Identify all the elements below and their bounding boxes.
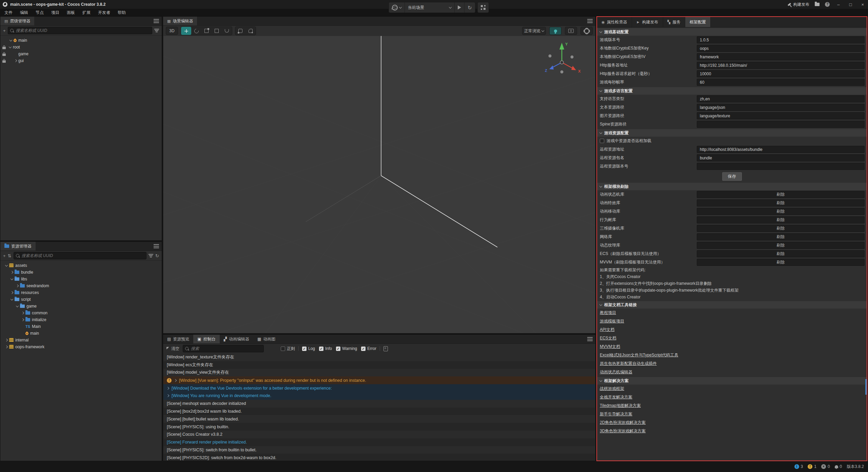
expand-arrow-icon[interactable] [9, 45, 12, 48]
expand-arrow-icon[interactable] [5, 346, 8, 348]
create-asset-button[interactable]: + [3, 253, 6, 258]
filter-icon[interactable] [154, 29, 159, 32]
field-input[interactable]: 10000 [697, 70, 865, 77]
notification-count[interactable]: 0 [835, 464, 842, 469]
tab-动画图[interactable]: ▦动画图 [253, 335, 279, 343]
scale-tool-button[interactable] [201, 27, 212, 35]
asset-node[interactable]: libs [0, 276, 162, 282]
asset-node[interactable]: internal [0, 337, 162, 343]
preview-target-button[interactable] [389, 2, 405, 13]
field-input[interactable]: http://localhost:8083/assets/bundle [697, 146, 865, 153]
section-header[interactable]: 游戏基础配置 [597, 28, 867, 36]
doc-link[interactable]: 全栈开发解决方案 [600, 394, 632, 400]
log-row[interactable]: [Scene] meshopt wasm decoder initialized [163, 400, 595, 408]
minimize-button[interactable]: – [835, 2, 842, 7]
log-row[interactable]: [Scene] [bullet]:bullet wasm lib loaded. [163, 415, 595, 423]
section-header[interactable]: 框架解决方案 [597, 377, 867, 385]
help-icon[interactable]: ? [825, 2, 830, 7]
log-row[interactable]: [Window] model_view文件夹存在 [163, 369, 595, 377]
lock-icon[interactable] [2, 60, 6, 63]
doc-link[interactable]: Excel格式转Json文件与TypeScript代码工具 [600, 352, 678, 358]
field-input[interactable]: language/texture [697, 112, 865, 119]
field-input[interactable]: oops [697, 45, 865, 52]
clear-console-button[interactable]: 清空 [166, 346, 179, 352]
remove-button[interactable]: 剔除 [697, 259, 865, 266]
expand-arrow-icon[interactable] [11, 271, 13, 274]
menu-item[interactable]: 项目 [47, 9, 63, 16]
log-row[interactable]: [Scene] [PHYSICS]: using builtin. [163, 423, 595, 431]
panel-menu-icon[interactable] [587, 337, 593, 341]
hierarchy-search[interactable] [8, 27, 152, 34]
expand-arrow-icon[interactable] [14, 59, 17, 62]
remove-button[interactable]: 剔除 [697, 233, 865, 240]
field-input[interactable]: 60 [697, 79, 865, 86]
open-project-folder-icon[interactable] [815, 3, 820, 6]
expand-arrow-icon[interactable] [166, 387, 169, 389]
expand-arrow-icon[interactable] [16, 304, 19, 307]
field-input[interactable]: http://192.168.0.150/main/ [697, 62, 865, 69]
menu-item[interactable]: 帮助 [114, 9, 130, 16]
expand-arrow-icon[interactable] [11, 277, 13, 280]
filter-error[interactable]: ✓Error [361, 346, 376, 351]
field-input[interactable]: zh,en [697, 95, 865, 102]
filter-icon[interactable] [149, 254, 153, 257]
log-row[interactable]: [Window] Download the Vue Devtools exten… [163, 384, 595, 392]
remove-button[interactable]: 剔除 [697, 208, 865, 215]
doc-link[interactable]: 教程项目 [600, 310, 616, 316]
assets-search[interactable] [14, 252, 147, 259]
tree-node[interactable]: game [0, 51, 162, 57]
asset-node[interactable]: bundle [0, 269, 162, 276]
scene-select-dropdown[interactable]: 当前场景 [405, 2, 455, 13]
doc-link[interactable]: ECS文档 [600, 335, 616, 341]
restart-button[interactable]: ↻ [465, 2, 475, 13]
remove-button[interactable]: 剔除 [697, 199, 865, 206]
axis-gizmo[interactable]: Y X Z [538, 39, 586, 83]
field-input[interactable]: framework [697, 53, 865, 60]
tree-node[interactable]: root [0, 44, 162, 51]
menu-item[interactable]: 编辑 [16, 9, 32, 16]
panel-menu-icon[interactable] [587, 19, 593, 23]
tab-资源预览[interactable]: ▤资源预览 [163, 335, 193, 343]
asset-node[interactable]: game [0, 303, 162, 310]
menu-item[interactable]: 节点 [32, 9, 47, 16]
tab-属性检查器[interactable]: ◉属性检查器 [597, 17, 632, 27]
filter-log[interactable]: ✓Log [302, 346, 315, 351]
remove-button[interactable]: 剔除 [697, 225, 865, 232]
hierarchy-search-input[interactable] [15, 28, 150, 33]
doc-link[interactable]: 原生包热更新配置自动生成插件 [600, 361, 657, 367]
menu-item[interactable]: 开发者 [94, 9, 114, 16]
log-row[interactable]: [Window] ecs文件夹存在 [163, 361, 595, 369]
asset-node[interactable]: common [0, 310, 162, 316]
tab-动画编辑器[interactable]: ▞动画编辑器 [220, 335, 253, 343]
save-button[interactable]: 保存 [722, 172, 742, 181]
refresh-icon[interactable]: ↻ [155, 253, 159, 258]
tab-scene-editor[interactable]: ▩ 场景编辑器 [163, 17, 197, 25]
rect-tool-button[interactable] [212, 27, 222, 35]
expand-arrow-icon[interactable] [5, 339, 8, 341]
warning-count[interactable]: ! 1 [808, 464, 816, 469]
asset-node[interactable]: TSMain [0, 323, 162, 330]
field-input[interactable] [697, 163, 865, 170]
field-input[interactable]: 1.0.5 [697, 36, 865, 43]
expand-arrow-icon[interactable] [174, 379, 177, 382]
transform-tool-button[interactable] [222, 27, 232, 35]
log-row[interactable]: ![Window] [Vue warn]: Property "onInput"… [163, 376, 595, 384]
log-row[interactable]: [Scene] [PHYSICS2D]: switch from box2d-w… [163, 454, 595, 460]
menu-item[interactable]: 文件 [1, 9, 16, 16]
doc-link[interactable]: 战棋游戏框架 [600, 386, 624, 392]
asset-node[interactable]: resources [0, 289, 162, 296]
tab-框架配置[interactable]: 框架配置 [685, 17, 711, 27]
close-button[interactable]: × [859, 2, 866, 7]
remove-button[interactable]: 剔除 [697, 216, 865, 223]
create-node-button[interactable]: + [3, 28, 6, 33]
log-row[interactable]: [Window] You are running Vue in developm… [163, 392, 595, 400]
scene-settings-button[interactable] [580, 27, 593, 35]
log-row[interactable]: [Window] render_texture文件夹存在 [163, 353, 595, 361]
expand-arrow-icon[interactable] [11, 297, 13, 300]
asset-node[interactable]: main [0, 330, 162, 337]
tree-node[interactable]: main [0, 37, 162, 44]
remove-button[interactable]: 剔除 [697, 191, 865, 198]
remove-button[interactable]: 剔除 [697, 250, 865, 257]
panel-menu-icon[interactable] [154, 19, 159, 23]
info-count[interactable]: i 3 [794, 464, 803, 469]
